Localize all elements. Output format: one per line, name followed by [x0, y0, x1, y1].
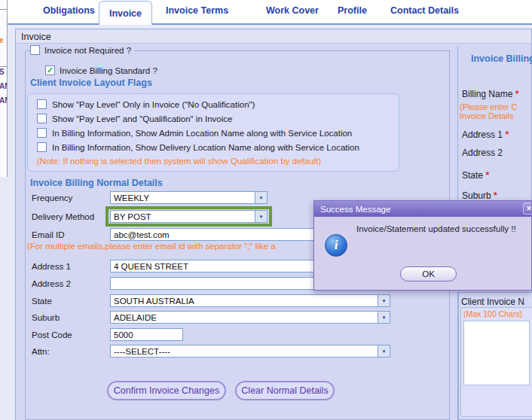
- info-icon: i: [325, 234, 347, 257]
- suburb-label: Suburb: [32, 313, 60, 322]
- required-asterisk: *: [505, 129, 509, 140]
- address1-label: Address 1: [32, 262, 71, 271]
- invoice-not-required-row: Invoice not Required ?: [30, 45, 134, 55]
- frequency-label: Frequency: [32, 193, 72, 202]
- tab-bar: Obligations Invoice Terms Work Cover Pro…: [0, 0, 532, 25]
- required-asterisk: *: [485, 170, 489, 181]
- clear-normal-details-button[interactable]: Clear Normal Details: [235, 381, 335, 400]
- state-value: SOUTH AUSTRALIA: [111, 297, 378, 306]
- billing-name-label: Billing Name *: [462, 89, 518, 99]
- billing-note-line2: Invoice Details: [460, 111, 514, 120]
- left-clipped-panel: e S AM AM: [0, 0, 8, 177]
- suburb-value: ADELAIDE: [111, 313, 378, 322]
- strip-fragment: e: [0, 36, 4, 44]
- flag-delivery-location-label: In Billing Information, Show Delivery Lo…: [52, 143, 359, 152]
- ok-button[interactable]: OK: [400, 266, 457, 282]
- chevron-down-icon[interactable]: ▼: [378, 345, 390, 357]
- invoice-billing-panel-header: Invoice Billing: [471, 53, 532, 64]
- delivery-method-value: BY POST: [111, 212, 255, 221]
- tab-invoice-terms[interactable]: Invoice Terms: [166, 5, 228, 16]
- chevron-down-icon[interactable]: ▼: [255, 211, 267, 222]
- frequency-value: WEEKLY: [111, 193, 255, 202]
- address2-label: Address 2: [32, 279, 71, 288]
- flag-pay-level-qualification-label: Show "Pay Level" and "Qualification" in …: [52, 114, 232, 123]
- flag-admin-location-label: In Billing Information, Show Admin Locat…: [52, 129, 352, 138]
- email-id-label: Email ID: [32, 230, 64, 239]
- invoice-billing-standard-checkbox[interactable]: ✓: [45, 65, 55, 75]
- post-code-label: Post Code: [32, 330, 72, 339]
- invoice-billing-normal-details-header: Invoice Billing Normal Details: [30, 178, 163, 188]
- rp-suburb-label: Suburb *: [462, 190, 497, 201]
- chevron-down-icon[interactable]: ▼: [255, 192, 267, 203]
- strip-divider: [0, 9, 8, 10]
- strip-fragment: AM: [0, 82, 8, 90]
- post-code-field[interactable]: [110, 328, 183, 341]
- state-label: State: [32, 297, 52, 306]
- frequency-dropdown[interactable]: WEEKLY ▼: [110, 191, 268, 204]
- rp-suburb-text: Suburb: [462, 190, 491, 201]
- attn-dropdown[interactable]: ----SELECT---- ▼: [110, 345, 390, 358]
- flag-pay-level-only-checkbox[interactable]: [37, 99, 47, 109]
- layout-flags-note: (Note: If nothing is selected then syste…: [37, 157, 321, 166]
- attn-value: ----SELECT----: [111, 347, 378, 356]
- tab-work-cover[interactable]: Work Cover: [266, 5, 319, 16]
- tab-obligations[interactable]: Obligations: [43, 5, 95, 16]
- invoice-billing-standard-label: Invoice Billing Standard ?: [60, 66, 157, 75]
- success-dialog-message: Invoice/Statement updated successfully !…: [356, 224, 516, 233]
- delivery-method-dropdown[interactable]: BY POST ▼: [110, 210, 268, 223]
- flag-row-pay-level-qualification: Show "Pay Level" and "Qualification" in …: [37, 114, 232, 123]
- state-dropdown[interactable]: SOUTH AUSTRALIA ▼: [110, 294, 390, 307]
- rp-address2-label: Address 2: [462, 148, 503, 158]
- invoice-screen: Obligations Invoice Terms Work Cover Pro…: [0, 0, 532, 420]
- email-note: (For multiple emails,please enter email …: [27, 242, 276, 251]
- rp-address1-label: Address 1 *: [462, 129, 509, 140]
- required-asterisk: *: [515, 89, 519, 99]
- client-invoice-notes-hint: (Max 100 Chars): [463, 309, 522, 318]
- invoice-not-required-label: Invoice not Required ?: [44, 46, 131, 55]
- delivery-method-label: Delivery Method: [32, 212, 94, 221]
- chevron-down-icon[interactable]: ▼: [378, 312, 390, 323]
- chevron-down-icon[interactable]: ▼: [378, 295, 390, 306]
- tab-invoice[interactable]: Invoice: [99, 1, 152, 25]
- tab-profile[interactable]: Profile: [338, 5, 367, 16]
- flag-row-delivery-location: In Billing Information, Show Delivery Lo…: [37, 142, 359, 152]
- client-invoice-layout-flags-header: Client Invoice Layout Flags: [30, 78, 152, 88]
- billing-name-text: Billing Name: [462, 89, 512, 99]
- close-icon[interactable]: ✕: [523, 202, 532, 215]
- rp-address1-text: Address 1: [462, 129, 503, 140]
- invoice-not-required-checkbox[interactable]: [30, 45, 40, 55]
- flag-pay-level-only-label: Show "Pay Level" Only in Invoice ("No Qu…: [52, 100, 255, 109]
- success-dialog-titlebar[interactable]: Success Message: [314, 201, 531, 217]
- tab-contact-details[interactable]: Contact Details: [390, 5, 459, 16]
- strip-divider: [0, 66, 8, 67]
- layout-flags-box: Show "Pay Level" Only in Invoice ("No Qu…: [27, 93, 399, 172]
- strip-fragment: S: [0, 68, 5, 76]
- flag-row-pay-level-only: Show "Pay Level" Only in Invoice ("No Qu…: [37, 99, 255, 109]
- attn-label: Attn:: [32, 347, 50, 356]
- flag-admin-location-checkbox[interactable]: [37, 128, 47, 138]
- tab-underline: [8, 23, 532, 25]
- client-invoice-notes-textarea[interactable]: [463, 321, 530, 385]
- flag-delivery-location-checkbox[interactable]: [37, 142, 47, 152]
- invoice-billing-standard-row: ✓ Invoice Billing Standard ?: [45, 65, 157, 75]
- required-asterisk: *: [494, 190, 497, 201]
- client-invoice-notes-header: Client Invoice N: [461, 297, 524, 307]
- rp-state-label: State *: [462, 170, 489, 181]
- invoice-panel-title: Invoice: [21, 32, 51, 42]
- flag-row-admin-location: In Billing Information, Show Admin Locat…: [37, 128, 352, 138]
- suburb-dropdown[interactable]: ADELAIDE ▼: [110, 311, 390, 324]
- rp-state-text: State: [462, 170, 483, 181]
- flag-pay-level-qualification-checkbox[interactable]: [37, 114, 47, 123]
- billing-note-line1: (Please enter C: [460, 102, 517, 111]
- confirm-invoice-changes-button[interactable]: Confirm Invoice Changes: [107, 381, 226, 400]
- strip-fragment: AM: [0, 96, 8, 105]
- success-dialog: Success Message ✕ i Invoice/Statement up…: [313, 200, 532, 291]
